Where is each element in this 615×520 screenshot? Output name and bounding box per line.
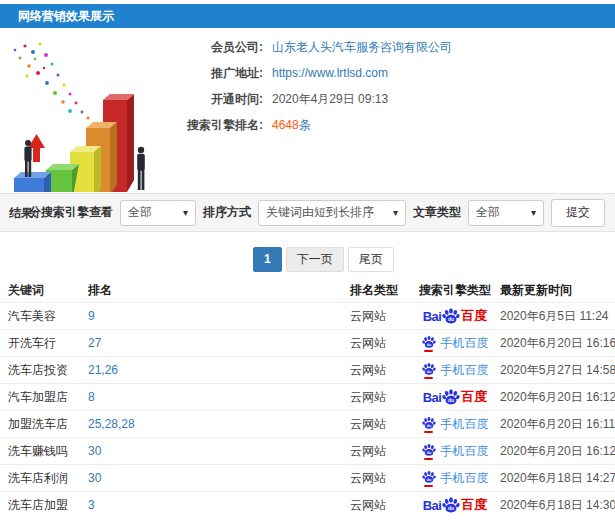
url-label: 推广地址: xyxy=(155,65,263,82)
cell-rank-type: 云网站 xyxy=(350,362,410,379)
pagination: 1 下一页 尾页 xyxy=(253,247,394,272)
sort-select-value: 关键词由短到长排序 xyxy=(266,204,374,221)
cell-rank-type: 云网站 xyxy=(350,497,410,514)
baidu-paw-icon xyxy=(442,307,460,325)
header-rank-type: 排名类型 xyxy=(350,282,410,299)
cell-rank-link[interactable]: 8 xyxy=(88,390,350,404)
cell-keyword: 洗车店投资 xyxy=(0,362,88,379)
table-row: 洗车赚钱吗 30 云网站 手机百度 2020年6月20日 16:12 xyxy=(0,437,615,464)
cell-rank-type: 云网站 xyxy=(350,470,410,487)
mobile-baidu-label: 手机百度 xyxy=(441,470,489,487)
engine-select[interactable]: 全部 xyxy=(120,200,196,226)
cell-rank-type: 云网站 xyxy=(350,335,410,352)
article-type-select-value: 全部 xyxy=(476,204,500,221)
last-page-button[interactable]: 尾页 xyxy=(348,247,394,272)
cell-rank-link[interactable]: 25,28,28 xyxy=(88,417,350,431)
confetti-dots xyxy=(14,43,90,120)
cell-engine: 手机百度 xyxy=(410,470,500,487)
open-time-value: 2020年4月29日 09:13 xyxy=(272,91,388,108)
baidu-du-text: 百度 xyxy=(461,388,487,406)
mobile-baidu-logo: 手机百度 xyxy=(422,335,489,352)
bar-blue xyxy=(14,172,51,192)
mobile-baidu-logo: 手机百度 xyxy=(422,443,489,460)
table-row: 开洗车行 27 云网站 手机百度 2020年6月20日 16:16 xyxy=(0,329,615,356)
baidu-paw-icon xyxy=(442,388,460,406)
cell-updated: 2020年6月18日 14:30 xyxy=(500,497,615,514)
cell-rank-type: 云网站 xyxy=(350,416,410,433)
top-section: 会员公司: 山东老人头汽车服务咨询有限公司 推广地址: https://www.… xyxy=(0,28,615,192)
cell-rank-link[interactable]: 27 xyxy=(88,336,350,350)
open-time-label: 开通时间: xyxy=(155,91,263,108)
cell-keyword: 洗车店利润 xyxy=(0,470,88,487)
mobile-baidu-paw-icon xyxy=(422,443,436,460)
cell-keyword: 开洗车行 xyxy=(0,335,88,352)
next-page-button[interactable]: 下一页 xyxy=(286,247,344,272)
cell-updated: 2020年6月18日 14:27 xyxy=(500,470,615,487)
baidu-bai-text: Bai xyxy=(423,498,442,513)
cell-updated: 2020年6月20日 16:11 xyxy=(500,416,615,433)
article-type-label: 文章类型 xyxy=(413,204,461,221)
cell-updated: 2020年6月20日 16:16 xyxy=(500,335,615,352)
article-type-select[interactable]: 全部 xyxy=(468,200,544,226)
baidu-logo: Bai 百度 xyxy=(423,388,488,406)
mobile-baidu-logo: 手机百度 xyxy=(422,470,489,487)
baidu-logo: Bai 百度 xyxy=(423,496,488,514)
mobile-baidu-label: 手机百度 xyxy=(441,335,489,352)
baidu-logo: Bai 百度 xyxy=(423,307,488,325)
table-row: 汽车美容 9 云网站 Bai 百度 2020年6月5日 11:24 xyxy=(0,302,615,329)
cell-rank-link[interactable]: 21,26 xyxy=(88,363,350,377)
cell-keyword: 洗车赚钱吗 xyxy=(0,443,88,460)
cell-updated: 2020年6月5日 11:24 xyxy=(500,308,615,325)
mobile-baidu-paw-icon xyxy=(422,416,436,433)
cell-keyword: 汽车美容 xyxy=(0,308,88,325)
results-table: 关键词 排名 排名类型 搜索引擎类型 最新更新时间 汽车美容 9 云网站 Bai… xyxy=(0,278,615,518)
header-updated: 最新更新时间 xyxy=(500,282,615,299)
cell-rank-type: 云网站 xyxy=(350,443,410,460)
mobile-baidu-paw-icon xyxy=(422,470,436,487)
page: 网络营销效果展示 xyxy=(0,0,615,520)
cell-engine: 手机百度 xyxy=(410,362,500,379)
engine-select-value: 全部 xyxy=(128,204,152,221)
mobile-baidu-paw-icon xyxy=(422,335,436,352)
cell-rank-link[interactable]: 30 xyxy=(88,471,350,485)
cell-rank-link[interactable]: 3 xyxy=(88,498,350,512)
page-title: 网络营销效果展示 xyxy=(0,4,615,28)
company-link[interactable]: 山东老人头汽车服务咨询有限公司 xyxy=(272,39,452,56)
cell-keyword: 洗车店加盟 xyxy=(0,497,88,514)
mobile-baidu-paw-icon xyxy=(422,362,436,379)
header-rank: 排名 xyxy=(88,282,350,299)
baidu-bai-text: Bai xyxy=(423,309,442,324)
table-row: 加盟洗车店 25,28,28 云网站 手机百度 2020年6月20日 16:11 xyxy=(0,410,615,437)
cell-keyword: 加盟洗车店 xyxy=(0,416,88,433)
cell-rank-type: 云网站 xyxy=(350,389,410,406)
cell-rank-link[interactable]: 30 xyxy=(88,444,350,458)
header-engine-type: 搜索引擎类型 xyxy=(410,282,500,299)
cell-updated: 2020年5月27日 14:58 xyxy=(500,362,615,379)
table-header-row: 关键词 排名 排名类型 搜索引擎类型 最新更新时间 xyxy=(0,278,615,302)
cell-engine: Bai 百度 xyxy=(410,496,500,514)
cell-engine: Bai 百度 xyxy=(410,307,500,325)
info-row-company: 会员公司: 山东老人头汽车服务咨询有限公司 xyxy=(155,34,452,60)
sort-select[interactable]: 关键词由短到长排序 xyxy=(258,200,406,226)
person-right xyxy=(137,147,145,190)
cell-engine: 手机百度 xyxy=(410,443,500,460)
cell-engine: Bai 百度 xyxy=(410,388,500,406)
baidu-bai-text: Bai xyxy=(423,390,442,405)
cell-updated: 2020年6月20日 16:12 xyxy=(500,389,615,406)
baidu-paw-icon xyxy=(442,496,460,514)
filter-controls: 分搜索引擎查看 全部 排序方式 关键词由短到长排序 文章类型 全部 提交 xyxy=(29,199,605,227)
baidu-du-text: 百度 xyxy=(461,307,487,325)
cell-rank-link[interactable]: 9 xyxy=(88,309,350,323)
page-1-button[interactable]: 1 xyxy=(253,247,282,272)
cell-engine: 手机百度 xyxy=(410,335,500,352)
promo-url-link[interactable]: https://www.lrtlsd.com xyxy=(272,66,388,80)
cell-keyword: 汽车加盟店 xyxy=(0,389,88,406)
company-info: 会员公司: 山东老人头汽车服务咨询有限公司 推广地址: https://www.… xyxy=(155,34,452,138)
info-row-url: 推广地址: https://www.lrtlsd.com xyxy=(155,60,452,86)
submit-button[interactable]: 提交 xyxy=(551,199,605,227)
table-row: 洗车店利润 30 云网站 手机百度 2020年6月18日 14:27 xyxy=(0,464,615,491)
cell-updated: 2020年6月20日 16:12 xyxy=(500,443,615,460)
table-row: 汽车加盟店 8 云网站 Bai 百度 2020年6月20日 16:12 xyxy=(0,383,615,410)
mobile-baidu-label: 手机百度 xyxy=(441,443,489,460)
rank-count: 4648 xyxy=(272,118,299,132)
